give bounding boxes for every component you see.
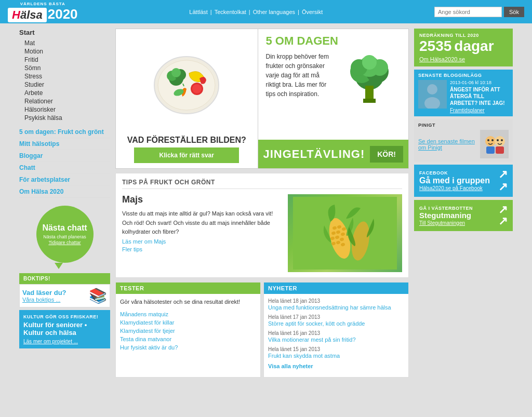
blogginlagg-label: SENASTE BLOGGINLÄGG [418, 73, 509, 78]
boktips-content: Vad läser du? Våra boktips ... 📚 [19, 284, 110, 307]
stegut-arrows-icon: ↗ ↗ [498, 204, 508, 227]
sidebar-link-halso[interactable]: Mitt hälsotips [19, 138, 110, 150]
nav-lattlast[interactable]: Lättläst [189, 9, 207, 15]
boktips-link[interactable]: Våra boktips ... [22, 297, 60, 303]
hero-right: 5 OM DAGEN Din kropp behöver fem frukter… [258, 29, 409, 168]
nav-oversikt[interactable]: Översikt [302, 9, 323, 15]
tester-link-5[interactable]: Hur fysiskt aktiv är du? [120, 343, 256, 352]
search-input[interactable] [434, 7, 502, 17]
tips-link-2[interactable]: Fler tips [122, 246, 280, 252]
sidebar-item-studier[interactable]: Studier [19, 80, 110, 89]
facebook-arrows-icon: ↗ ↗ [498, 169, 508, 193]
countdown-label: NEDRÄKNING TILL 2020 [419, 33, 508, 38]
countdown-unit: dagar [454, 38, 494, 55]
tester-link-1[interactable]: Månadens matquiz [120, 310, 256, 318]
sidebar-item-fritid[interactable]: Fritid [19, 56, 110, 64]
tips-title: TIPS PÅ FRUKT OCH GRÖNT [122, 179, 402, 189]
hero-left: VAD FÖRESTÄLLER BILDEN? Klicka för rätt … [116, 29, 258, 168]
sidebar-link-om[interactable]: Om Hälsa 2020 [19, 186, 110, 198]
svg-rect-45 [496, 146, 504, 154]
nyheter-body: Hela länet 18 jan 2013 Unga med funktion… [264, 294, 408, 377]
blogginlagg-box: SENASTE BLOGGINLÄGG 2013-01-06 kl 10:18 … [414, 70, 513, 116]
tips-content: Majs Visste du att majs inte alltid är g… [122, 194, 402, 272]
stegut-box[interactable]: GÅ I VÄSTERBOTTEN Stegutmaning Till Steg… [414, 200, 513, 231]
sidebar-link-chatt[interactable]: Chatt [19, 162, 110, 174]
header: VÄRLDENS BÄSTA Hälsa 2020 Lättläst | Tec… [0, 0, 532, 23]
tester-desc: Gör våra hälsotester och se dina resulta… [120, 298, 256, 306]
facebook-link[interactable]: Hälsa2020.se på Facebook [419, 185, 490, 191]
news-item-1: Hela länet 18 jan 2013 Unga med funktion… [268, 298, 404, 311]
blogginlagg-content: 2013-01-06 kl 10:18 ÅNGEST INFÖR ATT ÅTE… [418, 80, 509, 113]
countdown-link[interactable]: Om Hälsa2020.se [419, 56, 508, 62]
sidebar-link-bloggar[interactable]: Bloggar [19, 150, 110, 162]
facebook-box[interactable]: FACEBOOK Gå med i gruppen Hälsa2020.se p… [414, 165, 513, 197]
nyheter-box: NYHETER Hela länet 18 jan 2013 Unga med … [263, 282, 409, 378]
sidebar-item-psykisk-halsa[interactable]: Psykisk hälsa [19, 114, 110, 122]
sidebar-item-halsorisker[interactable]: Hälsorisker [19, 105, 110, 114]
news-date-3: Hela länet 16 jan 2013 [268, 330, 404, 336]
chat-bubble-sub: Nästa chatt planeras [43, 234, 86, 240]
header-nav: Lättläst | Teckentolkat | Other language… [189, 9, 323, 15]
hero-answer-button[interactable]: Klicka för rätt svar [134, 147, 239, 163]
sidebar-links-section: 5 om dagen: Frukt och grönt Mitt hälsoti… [19, 126, 110, 198]
svg-point-38 [485, 136, 496, 146]
nav-teckentolkat[interactable]: Teckentolkat [215, 9, 246, 15]
tester-box: TESTER Gör våra hälsotester och se dina … [115, 282, 261, 378]
sidebar-link-5omdag[interactable]: 5 om dagen: Frukt och grönt [19, 126, 110, 138]
sidebar-item-somn[interactable]: Sömn [19, 64, 110, 72]
sidebar-item-relationer[interactable]: Relationer [19, 97, 110, 105]
stegut-title: Stegutmaning [419, 211, 473, 220]
news-link-all[interactable]: Visa alla nyheter [268, 363, 313, 369]
news-link-4[interactable]: Frukt kan skydda mot astma [268, 353, 340, 359]
logo-box: Hälsa [8, 8, 47, 22]
facebook-title: Gå med i gruppen [419, 176, 490, 185]
chat-bubble[interactable]: Nästa chatt Nästa chatt planeras Tidigar… [36, 206, 94, 263]
center-content: VAD FÖRESTÄLLER BILDEN? Klicka för rätt … [113, 26, 411, 380]
news-date-2: Hela länet 17 jan 2013 [268, 314, 404, 320]
right-sidebar: NEDRÄKNING TILL 2020 2535 dagar Om Hälsa… [411, 26, 515, 380]
hero-question: VAD FÖRESTÄLLER BILDEN? [127, 136, 246, 145]
svg-point-16 [362, 55, 377, 70]
tester-link-4[interactable]: Testa dina matvanor [120, 335, 256, 343]
logo-year: 2020 [48, 6, 78, 22]
jingel-button[interactable]: KÖR! [370, 146, 403, 163]
blogginlagg-img [418, 80, 447, 109]
chat-bubble-link[interactable]: Tidigare chattar [48, 240, 81, 246]
facebook-text: FACEBOOK Gå med i gruppen Hälsa2020.se p… [419, 170, 490, 191]
svg-point-43 [497, 139, 499, 141]
svg-point-40 [491, 139, 494, 141]
svg-point-35 [427, 84, 437, 95]
logo-tagline: VÄRLDENS BÄSTA [20, 2, 65, 6]
tester-link-3[interactable]: Klamydiatest för tjejer [120, 327, 256, 335]
news-link-2[interactable]: Större aptit för socker, kött och grädde [268, 320, 365, 327]
sidebar-item-motion[interactable]: Motion [19, 47, 110, 56]
sidebar-item-stress[interactable]: Stress [19, 72, 110, 80]
logo: VÄRLDENS BÄSTA Hälsa 2020 [8, 2, 78, 22]
news-link-1[interactable]: Unga med funktionsnedsättning har sämre … [268, 304, 391, 311]
hero-right-bottom: JINGELTÄVLING! KÖR! [258, 140, 409, 168]
pinigt-link[interactable]: Se den senaste filmen om Pinigt [418, 138, 477, 151]
tips-image [288, 194, 402, 272]
hero-banner: VAD FÖRESTÄLLER BILDEN? Klicka för rätt … [115, 29, 409, 169]
news-link-3[interactable]: Vilka motionerar mest på sin fritid? [268, 337, 356, 343]
sidebar-item-arbete[interactable]: Arbete [19, 89, 110, 97]
svg-point-5 [171, 68, 181, 77]
kultur-label: KULTUR GÖR OSS FRISKARE! [23, 314, 106, 319]
tester-link-2[interactable]: Klamydiatest för killar [120, 318, 256, 327]
sidebar-item-mat[interactable]: Mat [19, 39, 110, 47]
kultur-link[interactable]: Läs mer om projektet ... [23, 339, 78, 344]
nav-other-languages[interactable]: Other languages [253, 9, 295, 15]
boktips-section: BOKTIPS! Vad läser du? Våra boktips ... … [19, 273, 110, 307]
news-item-5: Visa alla nyheter [268, 362, 404, 370]
stegut-link[interactable]: Till Stegutmaningen [419, 220, 473, 226]
stegut-label: GÅ I VÄSTERBOTTEN [419, 206, 473, 211]
search-button[interactable]: Sök [504, 7, 524, 17]
tips-link-1[interactable]: Läs mer om Majs [122, 238, 280, 245]
news-item-4: Hela länet 15 jan 2013 Frukt kan skydda … [268, 346, 404, 359]
sidebar-link-arbetsplatser[interactable]: För arbetsplatser [19, 174, 110, 186]
stegut-text: GÅ I VÄSTERBOTTEN Stegutmaning Till Steg… [419, 206, 473, 226]
plate-image [150, 50, 223, 117]
left-sidebar: Start Mat Motion Fritid Sömn Stress Stud… [17, 26, 113, 380]
blogginlagg-link[interactable]: Framtidsplaner [450, 107, 509, 113]
main-wrapper: Start Mat Motion Fritid Sömn Stress Stud… [17, 23, 515, 380]
